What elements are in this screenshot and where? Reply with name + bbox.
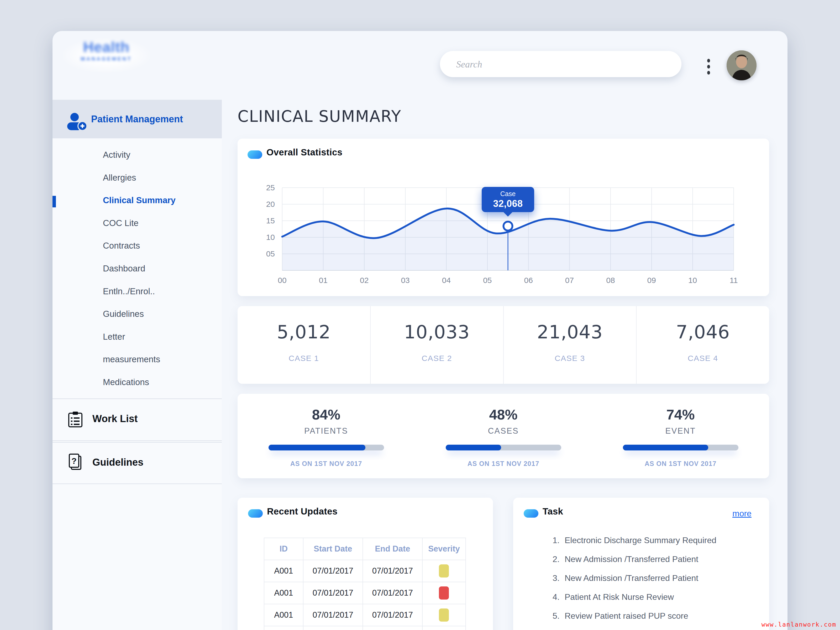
stat-cell-4: 7,046CASE 4	[636, 306, 769, 384]
svg-text:25: 25	[266, 183, 275, 192]
logo-text: Health	[63, 38, 150, 55]
task-item-3[interactable]: 3.New Admission /Transferred Patient	[553, 573, 698, 583]
column-header-id: ID	[264, 538, 303, 560]
kebab-menu-icon[interactable]	[704, 59, 714, 74]
sidebar-item-allergies[interactable]: Allergies	[103, 173, 213, 185]
progress-percent: 84%	[238, 406, 415, 423]
stat-cell-3: 21,043CASE 3	[504, 306, 637, 384]
table-row[interactable]: A00107/01/201707/01/2017	[264, 582, 466, 604]
table-row[interactable]: A00107/01/201707/01/2017	[264, 560, 466, 582]
stat-value: 5,012	[238, 321, 370, 343]
sidebar-section-title[interactable]: Patient Management	[91, 114, 183, 125]
task-text: Review Patient raised PUP score	[565, 611, 688, 621]
svg-text:01: 01	[319, 276, 328, 284]
cell-end: 07/01/2017	[363, 560, 422, 582]
sidebar-item-measurements[interactable]: measurements	[103, 354, 213, 367]
svg-text:06: 06	[524, 276, 533, 284]
overall-statistics-title: Overall Statistics	[267, 147, 342, 158]
task-item-4[interactable]: 4.Patient At Risk Nurse Review	[553, 592, 674, 602]
question-document-icon: ?	[68, 453, 83, 472]
svg-text:08: 08	[606, 276, 615, 284]
cell-severity	[422, 582, 466, 604]
svg-text:02: 02	[360, 276, 369, 284]
progress-bar	[268, 445, 384, 450]
sidebar-item-activity[interactable]: Activity	[103, 150, 213, 163]
sidebar-item-guidelines[interactable]: Guidelines	[103, 309, 213, 322]
sidebar-item-clinical-summary[interactable]: Clinical Summary	[103, 195, 213, 208]
progress-cell-event: 74%EVENTAS ON 1ST NOV 2017	[592, 394, 769, 478]
svg-text:10: 10	[688, 276, 697, 284]
progress-percent: 74%	[592, 406, 769, 423]
svg-text:15: 15	[266, 216, 275, 225]
app-logo: Health MANAGEMENT	[63, 38, 150, 73]
svg-text:11: 11	[729, 276, 737, 284]
user-avatar[interactable]	[726, 51, 756, 81]
svg-text:07: 07	[565, 276, 574, 284]
search-input[interactable]	[456, 51, 672, 78]
cell-start: 07/01/2017	[303, 582, 363, 604]
sidebar-item-contracts[interactable]: Contracts	[103, 241, 213, 253]
sidebar-item-medications[interactable]: Medications	[103, 377, 213, 390]
task-text: Electronic Discharge Summary Required	[565, 535, 716, 545]
sidebar-item-coc-lite[interactable]: COC Lite	[103, 218, 213, 231]
task-item-5[interactable]: 5.Review Patient raised PUP score	[553, 611, 688, 621]
stat-label: CASE 2	[371, 354, 503, 363]
guidelines-section-label: Guidelines	[92, 457, 143, 468]
task-number: 1.	[553, 535, 565, 545]
svg-text:05: 05	[483, 276, 492, 284]
clipboard-icon	[68, 411, 83, 429]
active-item-indicator	[52, 196, 56, 207]
cell-severity	[422, 626, 466, 630]
cell-severity	[422, 604, 466, 626]
sidebar-item-letter[interactable]: Letter	[103, 332, 213, 344]
cell-start: 07/01/2017	[303, 604, 363, 626]
sidebar-item-dashboard[interactable]: Dashboard	[103, 264, 213, 276]
cell-end: 07/01/2017	[363, 604, 422, 626]
chart-tooltip: Case 32,068	[482, 187, 534, 212]
progress-as-on: AS ON 1ST NOV 2017	[415, 460, 592, 467]
stat-value: 7,046	[636, 321, 769, 343]
column-header-end-date: End Date	[363, 538, 422, 560]
task-number: 3.	[553, 573, 565, 583]
dashboard-screen: Health MANAGEMENT Patient Management Act…	[0, 0, 840, 630]
task-item-1[interactable]: 1.Electronic Discharge Summary Required	[553, 535, 716, 545]
cell-end: 07/01/2017	[363, 582, 422, 604]
logo-subtext: MANAGEMENT	[63, 56, 150, 62]
progress-bar-fill	[623, 445, 709, 450]
progress-label: PATIENTS	[238, 426, 415, 436]
task-item-2[interactable]: 2.New Admission /Transferred Patient	[553, 554, 698, 564]
progress-row: 84%PATIENTSAS ON 1ST NOV 201748%CASESAS …	[238, 394, 769, 478]
svg-text:00: 00	[278, 276, 286, 284]
progress-bar	[446, 445, 561, 450]
task-text: New Admission /Transferred Patient	[565, 554, 698, 564]
cell-id: A001	[264, 604, 303, 626]
svg-text:09: 09	[647, 276, 656, 284]
stat-value: 10,033	[371, 321, 503, 343]
cell-id: A001	[264, 582, 303, 604]
patient-add-icon	[66, 112, 88, 132]
progress-as-on: AS ON 1ST NOV 2017	[592, 460, 769, 467]
section-bullet-icon	[524, 509, 538, 518]
stat-label: CASE 1	[238, 354, 370, 363]
search-bar	[440, 51, 681, 77]
cell-severity	[422, 560, 466, 582]
progress-as-on: AS ON 1ST NOV 2017	[238, 460, 415, 467]
progress-bar-fill	[446, 445, 501, 450]
sidebar-item-entln-enrol-[interactable]: Entln../Enrol..	[103, 286, 213, 299]
table-row[interactable]: A00107/01/201707/01/2017	[264, 626, 466, 630]
cell-start: 07/01/2017	[303, 560, 363, 582]
task-more-link[interactable]: more	[733, 509, 752, 518]
task-title: Task	[543, 506, 563, 516]
stat-value: 21,043	[504, 321, 636, 343]
recent-updates-table: IDStart DateEnd DateSeverity A00107/01/2…	[264, 538, 466, 630]
tooltip-label: Case	[482, 190, 534, 198]
progress-label: EVENT	[592, 426, 769, 436]
column-header-severity: Severity	[422, 538, 466, 560]
table-row[interactable]: A00107/01/201707/01/2017	[264, 604, 466, 626]
severity-badge-yellow	[439, 608, 449, 622]
progress-cell-cases: 48%CASESAS ON 1ST NOV 2017	[415, 394, 592, 478]
progress-percent: 48%	[415, 406, 592, 423]
column-header-start-date: Start Date	[303, 538, 363, 560]
progress-cell-patients: 84%PATIENTSAS ON 1ST NOV 2017	[238, 394, 415, 478]
recent-updates-title: Recent Updates	[267, 506, 338, 516]
